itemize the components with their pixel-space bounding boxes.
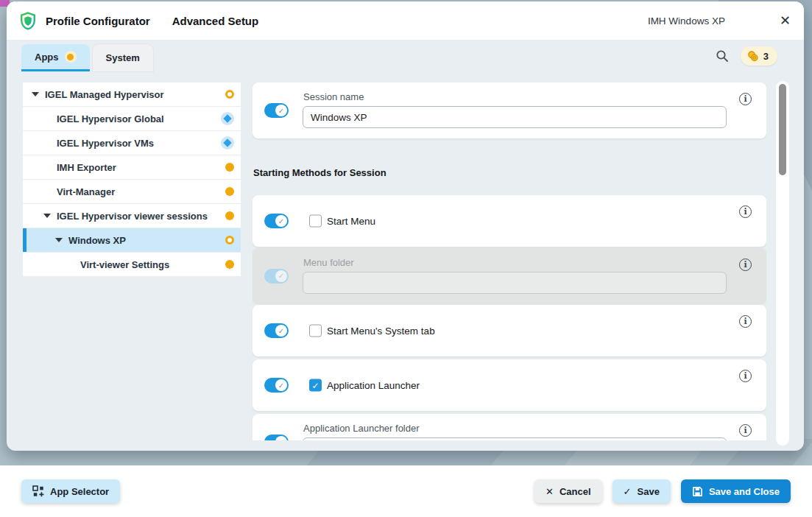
start-menu-label: Start Menu [327, 216, 375, 227]
app-launcher-folder-label: Application Launcher folder [303, 423, 420, 434]
save-button[interactable]: ✓ Save [612, 479, 671, 503]
x-icon: ✕ [546, 486, 554, 497]
system-tab-toggle[interactable]: ✓ [264, 323, 289, 338]
app-tree-panel: IGEL Managed Hypervisor IGEL Hypervisor … [23, 82, 241, 277]
app-selector-button[interactable]: App Selector [21, 479, 120, 503]
setting-card-start-menu: ✓ Start Menu i [253, 195, 766, 247]
cancel-button[interactable]: ✕ Cancel [534, 479, 602, 503]
action-bar: App Selector ✕ Cancel ✓ Save Save and Cl… [0, 465, 812, 517]
coin-count: 3 [763, 51, 769, 62]
app-launcher-checkbox[interactable]: ✓ [309, 379, 322, 392]
section-heading: Starting Methods for Session [253, 167, 386, 178]
profile-configurator-dialog: Profile Configurator Advanced Setup IMH … [7, 1, 804, 451]
info-icon[interactable]: i [739, 205, 752, 218]
shield-icon [20, 12, 36, 30]
modified-dot-icon [65, 51, 77, 63]
app-launcher-folder-toggle[interactable]: ✓ [264, 435, 289, 440]
toggle-check-icon: ✓ [275, 436, 287, 440]
tab-system[interactable]: System [93, 44, 153, 71]
settings-panel: ✓ Session name i Starting Methods for Se… [253, 82, 766, 440]
tab-apps-label: Apps [35, 52, 59, 63]
tree-item-label: Windows XP [68, 235, 126, 246]
info-icon[interactable]: i [739, 258, 752, 271]
app-launcher-toggle[interactable]: ✓ [264, 378, 289, 393]
coins-icon [747, 51, 759, 62]
info-icon[interactable]: i [739, 370, 752, 382]
cancel-label: Cancel [559, 486, 591, 497]
tree-item-label: IGEL Hypervisor viewer sessions [57, 211, 208, 222]
app-grid-plus-icon [32, 485, 44, 497]
settings-scrollbar-track[interactable] [776, 81, 789, 446]
status-ring-icon [225, 90, 234, 99]
toggle-check-icon: ✓ [275, 379, 287, 391]
status-dot-icon [225, 163, 234, 172]
caret-down-icon[interactable] [43, 214, 51, 218]
dialog-header: Profile Configurator Advanced Setup IMH … [7, 1, 804, 40]
toggle-check-icon: ✓ [275, 270, 287, 282]
tab-system-label: System [106, 52, 140, 63]
app-title: Profile Configurator [46, 15, 150, 27]
setting-card-application-launcher-folder: ✓ Application Launcher folder i [253, 414, 766, 440]
start-menu-toggle[interactable]: ✓ [264, 214, 289, 228]
tree-item-imh-exporter[interactable]: IMH Exporter [23, 155, 241, 180]
status-diamond-icon [221, 136, 234, 150]
save-and-close-button[interactable]: Save and Close [681, 479, 791, 503]
info-icon[interactable]: i [739, 93, 752, 105]
info-icon[interactable]: i [739, 315, 752, 328]
toggle-check-icon: ✓ [275, 215, 287, 227]
app-launcher-label: Application Launcher [327, 380, 420, 391]
status-dot-icon [225, 260, 234, 269]
status-ring-icon [225, 236, 234, 245]
app-selector-label: App Selector [50, 486, 109, 497]
settings-scrollbar-thumb[interactable] [779, 84, 786, 175]
menu-folder-input [303, 272, 727, 294]
system-tab-checkbox[interactable] [309, 325, 322, 337]
session-name-toggle[interactable]: ✓ [264, 103, 289, 118]
setting-card-menu-folder: ✓ Menu folder i [253, 248, 766, 303]
menu-folder-label: Menu folder [303, 257, 354, 268]
caret-down-icon[interactable] [32, 92, 39, 96]
menu-folder-toggle: ✓ [264, 269, 289, 284]
setting-card-start-menu-system-tab: ✓ Start Menu's System tab i [253, 305, 766, 356]
dialog-mode-title: Advanced Setup [172, 15, 259, 27]
tree-item-label: IMH Exporter [57, 162, 116, 173]
tree-item-igel-hypervisor-vms[interactable]: IGEL Hypervisor VMs [23, 131, 241, 155]
tree-item-label: IGEL Hypervisor Global [57, 113, 164, 124]
save-and-close-label: Save and Close [709, 486, 780, 497]
status-dot-icon [225, 211, 234, 220]
tree-item-igel-hypervisor-global[interactable]: IGEL Hypervisor Global [23, 107, 241, 131]
app-launcher-folder-input[interactable] [303, 437, 727, 440]
tree-item-igel-hypervisor-viewer-sessions[interactable]: IGEL Hypervisor viewer sessions [23, 204, 241, 228]
toggle-check-icon: ✓ [275, 325, 287, 337]
tree-item-igel-managed-hypervisor[interactable]: IGEL Managed Hypervisor [23, 82, 241, 107]
tree-item-label: Virt-viewer Settings [80, 259, 169, 270]
tree-item-virt-viewer-settings[interactable]: Virt-viewer Settings [23, 253, 241, 277]
setting-card-application-launcher: ✓ ✓ Application Launcher i [253, 359, 766, 411]
start-menu-checkbox[interactable] [309, 215, 322, 228]
search-icon[interactable] [716, 49, 729, 63]
status-dot-icon [225, 187, 234, 196]
session-name-label: Session name [303, 91, 364, 102]
tree-item-virt-manager[interactable]: Virt-Manager [23, 180, 241, 204]
system-tab-label: Start Menu's System tab [327, 326, 435, 337]
tab-bar: Apps System 3 [7, 40, 804, 71]
tree-item-label: Virt-Manager [57, 186, 115, 197]
tree-item-windows-xp[interactable]: Windows XP [23, 228, 241, 253]
tab-apps[interactable]: Apps [21, 44, 90, 71]
profile-context-label: IMH Windows XP [648, 15, 725, 27]
floppy-disk-icon [692, 486, 703, 497]
check-icon: ✓ [624, 486, 632, 497]
setting-card-session-name: ✓ Session name i [253, 82, 766, 138]
toggle-check-icon: ✓ [275, 105, 287, 116]
save-label: Save [638, 486, 660, 497]
tree-item-label: IGEL Managed Hypervisor [45, 89, 164, 100]
tree-item-label: IGEL Hypervisor VMs [57, 138, 154, 149]
info-icon[interactable]: i [739, 424, 752, 437]
status-diamond-icon [221, 112, 234, 125]
close-icon[interactable]: ✕ [780, 14, 791, 27]
session-name-input[interactable] [303, 106, 727, 128]
caret-down-icon[interactable] [55, 238, 63, 242]
coin-count-badge[interactable]: 3 [741, 46, 777, 66]
